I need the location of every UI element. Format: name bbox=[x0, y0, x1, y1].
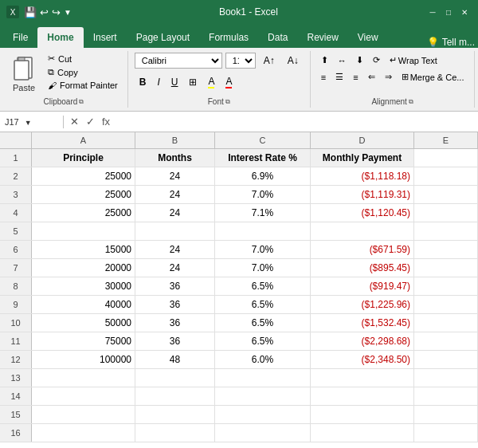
cell[interactable]: 24 bbox=[135, 241, 215, 258]
font-color-button[interactable]: A bbox=[221, 73, 237, 91]
cell[interactable] bbox=[32, 369, 135, 387]
cell[interactable]: 36 bbox=[135, 314, 215, 332]
cell[interactable]: 36 bbox=[135, 332, 215, 350]
cell[interactable] bbox=[414, 204, 478, 222]
cell[interactable]: ($1,225.96) bbox=[311, 296, 414, 313]
insert-function-button[interactable]: fx bbox=[99, 116, 113, 128]
decrease-font-button[interactable]: A↓ bbox=[283, 53, 304, 69]
cell[interactable] bbox=[32, 222, 135, 240]
maximize-button[interactable]: □ bbox=[441, 5, 456, 19]
merge-cells-button[interactable]: ⊞ Merge & Ce... bbox=[398, 69, 468, 84]
col-header-a[interactable]: A bbox=[32, 132, 135, 148]
cell[interactable]: 6.5% bbox=[215, 296, 311, 313]
cell[interactable]: 7.0% bbox=[215, 241, 311, 258]
undo-icon[interactable]: ↩ bbox=[40, 6, 49, 18]
bold-button[interactable]: B bbox=[135, 74, 151, 90]
tell-me[interactable]: 💡 Tell m... bbox=[427, 37, 475, 48]
cell[interactable]: 20000 bbox=[32, 259, 135, 277]
col-header-d[interactable]: D bbox=[311, 132, 414, 148]
cell-reference[interactable]: J17 ▼ bbox=[0, 116, 64, 128]
tab-home[interactable]: Home bbox=[37, 27, 83, 48]
col-header-c[interactable]: C bbox=[215, 132, 311, 148]
cell[interactable]: 6.0% bbox=[215, 351, 311, 368]
cell[interactable]: 75000 bbox=[32, 332, 135, 350]
cell[interactable]: ($1,118.18) bbox=[311, 167, 414, 185]
text-angle-button[interactable]: ⟳ bbox=[369, 53, 384, 68]
cell[interactable] bbox=[32, 424, 135, 442]
align-middle-button[interactable]: ↔ bbox=[334, 53, 351, 68]
cell[interactable]: 6.5% bbox=[215, 332, 311, 350]
underline-button[interactable]: U bbox=[167, 74, 183, 90]
cell[interactable] bbox=[135, 369, 215, 387]
italic-button[interactable]: I bbox=[152, 74, 164, 90]
cell[interactable] bbox=[311, 406, 414, 423]
cell[interactable]: Months bbox=[135, 149, 215, 167]
cell[interactable]: 40000 bbox=[32, 296, 135, 313]
cell[interactable] bbox=[32, 387, 135, 405]
cell[interactable] bbox=[311, 424, 414, 442]
cell[interactable]: 24 bbox=[135, 186, 215, 203]
window-controls[interactable]: ─ □ ✕ bbox=[425, 5, 472, 19]
align-right-button[interactable]: ≡ bbox=[349, 69, 362, 84]
tab-data[interactable]: Data bbox=[258, 27, 297, 48]
cell[interactable]: ($919.47) bbox=[311, 277, 414, 295]
cell[interactable] bbox=[135, 406, 215, 423]
cell[interactable]: ($2,348.50) bbox=[311, 351, 414, 368]
fill-color-button[interactable]: A bbox=[203, 73, 219, 91]
cut-button[interactable]: ✂ Cut bbox=[45, 53, 121, 65]
cell[interactable]: 24 bbox=[135, 259, 215, 277]
cell[interactable] bbox=[414, 167, 478, 185]
cell[interactable] bbox=[414, 351, 478, 368]
cell[interactable] bbox=[414, 332, 478, 350]
cell[interactable]: 25000 bbox=[32, 167, 135, 185]
copy-button[interactable]: ⧉ Copy bbox=[45, 66, 121, 78]
cell[interactable] bbox=[414, 186, 478, 203]
font-family-select[interactable]: Calibri bbox=[135, 53, 222, 69]
cell[interactable] bbox=[215, 387, 311, 405]
alignment-expand-icon[interactable]: ⧉ bbox=[409, 98, 413, 106]
cell[interactable] bbox=[414, 424, 478, 442]
cell[interactable]: ($2,298.68) bbox=[311, 332, 414, 350]
tab-review[interactable]: Review bbox=[297, 27, 347, 48]
cell[interactable]: ($1,120.45) bbox=[311, 204, 414, 222]
cell[interactable] bbox=[414, 259, 478, 277]
save-icon[interactable]: 💾 bbox=[24, 6, 37, 18]
cell[interactable] bbox=[311, 387, 414, 405]
col-header-b[interactable]: B bbox=[135, 132, 215, 148]
cell[interactable]: 24 bbox=[135, 204, 215, 222]
cell[interactable]: Principle bbox=[32, 149, 135, 167]
cell[interactable]: 48 bbox=[135, 351, 215, 368]
cell[interactable]: 36 bbox=[135, 296, 215, 313]
more-icon[interactable]: ▼ bbox=[64, 8, 72, 17]
cell[interactable] bbox=[135, 424, 215, 442]
cell[interactable] bbox=[215, 369, 311, 387]
format-painter-button[interactable]: 🖌 Format Painter bbox=[45, 80, 121, 91]
cell[interactable] bbox=[414, 406, 478, 423]
cell[interactable]: ($1,532.45) bbox=[311, 314, 414, 332]
cell[interactable]: ($1,119.31) bbox=[311, 186, 414, 203]
cell[interactable]: 30000 bbox=[32, 277, 135, 295]
align-left-button[interactable]: ≡ bbox=[317, 69, 330, 84]
cell[interactable]: 25000 bbox=[32, 186, 135, 203]
cell[interactable] bbox=[215, 222, 311, 240]
cell[interactable]: ($671.59) bbox=[311, 241, 414, 258]
cell[interactable] bbox=[414, 149, 478, 167]
tab-file[interactable]: File bbox=[3, 27, 37, 48]
cell[interactable] bbox=[215, 424, 311, 442]
clipboard-expand-icon[interactable]: ⧉ bbox=[79, 98, 84, 106]
cell[interactable]: 24 bbox=[135, 167, 215, 185]
cell[interactable] bbox=[414, 387, 478, 405]
cell[interactable] bbox=[215, 406, 311, 423]
decrease-indent-button[interactable]: ⇐ bbox=[364, 69, 379, 84]
cell[interactable]: 7.1% bbox=[215, 204, 311, 222]
cell[interactable]: 15000 bbox=[32, 241, 135, 258]
align-top-button[interactable]: ⬆ bbox=[317, 53, 332, 68]
cell[interactable]: 6.9% bbox=[215, 167, 311, 185]
cell[interactable] bbox=[311, 222, 414, 240]
cell[interactable]: 7.0% bbox=[215, 186, 311, 203]
cell[interactable] bbox=[414, 222, 478, 240]
cell[interactable] bbox=[135, 387, 215, 405]
cell[interactable] bbox=[414, 369, 478, 387]
cell[interactable]: ($895.45) bbox=[311, 259, 414, 277]
cell[interactable]: Monthly Payment bbox=[311, 149, 414, 167]
